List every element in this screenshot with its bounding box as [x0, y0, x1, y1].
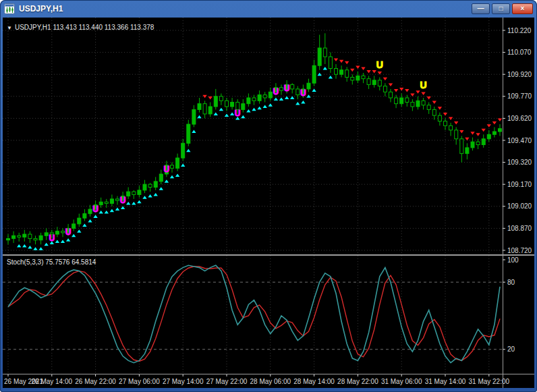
candle-body	[405, 98, 409, 103]
candle-body	[110, 199, 113, 204]
candle-body	[280, 88, 283, 90]
candle-body	[225, 101, 229, 107]
candle-body	[351, 78, 354, 80]
close-button[interactable]: ×	[512, 3, 533, 14]
candle-body	[187, 124, 190, 143]
candle-body	[132, 192, 136, 194]
candle-body	[482, 139, 485, 145]
down-arrow	[476, 133, 480, 136]
stochastic-layer	[3, 265, 503, 362]
price-label: 110.220	[507, 27, 532, 34]
stoch-axis-label: 100	[507, 256, 519, 264]
down-arrow	[498, 119, 502, 122]
trend-arrows-layer	[17, 59, 502, 250]
up-arrow	[137, 200, 141, 204]
time-label: 31 May 14:00	[425, 378, 466, 385]
signal-markers-layer: UUUUUUUUUUU	[49, 59, 426, 244]
minimize-button[interactable]: —	[472, 3, 490, 14]
down-arrow	[492, 121, 497, 125]
buy-signal-marker: U	[235, 109, 241, 118]
candle-body	[465, 148, 469, 154]
down-arrow	[438, 107, 442, 110]
up-arrow	[186, 149, 190, 152]
candle-body	[449, 125, 453, 130]
down-arrow	[334, 59, 338, 62]
sell-signal-marker: U	[420, 80, 427, 90]
down-arrow	[405, 89, 409, 92]
down-arrow	[421, 92, 425, 96]
up-arrow	[241, 115, 245, 119]
candle-body	[12, 235, 16, 238]
candle-body	[378, 80, 381, 86]
maximize-button[interactable]: □	[492, 3, 510, 14]
down-arrow	[389, 83, 393, 86]
candle-body	[18, 235, 21, 237]
down-arrow	[432, 101, 436, 105]
time-axis[interactable]: 26 May 202126 May 14:0026 May 22:0027 Ma…	[4, 374, 510, 385]
candle-body	[214, 96, 217, 107]
down-arrow	[465, 138, 469, 141]
up-arrow	[295, 102, 300, 105]
up-arrow	[132, 202, 136, 205]
grid-layer	[3, 18, 503, 374]
candle-body	[258, 95, 261, 101]
up-arrow	[225, 114, 229, 117]
time-label: 28 May 22:00	[337, 378, 378, 385]
down-arrow	[459, 130, 463, 134]
candle-body	[362, 76, 365, 78]
symbol-dropdown-icon[interactable]: ▼	[7, 25, 12, 31]
down-arrow	[208, 96, 213, 100]
down-arrow	[410, 94, 414, 97]
stoch-axis[interactable]: 1008020	[503, 256, 519, 354]
up-arrow	[142, 196, 146, 199]
up-arrow	[28, 246, 32, 249]
price-label: 109.920	[507, 71, 532, 78]
candle-body	[83, 214, 86, 219]
candle-body	[395, 98, 398, 104]
price-axis[interactable]: 110.220110.070109.920109.770109.620109.4…	[503, 27, 532, 254]
sell-signal-marker: U	[376, 59, 383, 70]
candle-body	[476, 142, 480, 144]
candle-body	[143, 184, 146, 190]
down-arrow	[202, 95, 206, 99]
up-arrow	[159, 187, 163, 190]
candle-body	[411, 103, 414, 107]
up-arrow	[219, 108, 223, 111]
stoch-axis-label: 20	[507, 345, 515, 353]
candle-body	[192, 109, 196, 124]
candle-body	[23, 234, 26, 237]
candle-body	[61, 231, 65, 233]
window-titlebar[interactable]: USDJPY,H1 — □ ×	[0, 0, 537, 18]
candle-body	[7, 239, 10, 240]
candle-body	[367, 79, 370, 85]
up-arrow	[268, 103, 273, 107]
down-arrow	[350, 69, 354, 72]
up-arrow	[263, 105, 267, 109]
chart-area[interactable]: UUUUUUUUUUU 110.220110.070109.920109.770…	[3, 18, 534, 388]
candle-body	[389, 92, 393, 98]
up-arrow	[72, 234, 76, 237]
up-arrow	[323, 67, 327, 70]
candle-body	[307, 83, 310, 89]
candle-body	[323, 48, 327, 57]
candle-body	[159, 174, 163, 181]
up-arrow	[38, 247, 43, 250]
up-arrow	[192, 130, 196, 133]
chart-canvas[interactable]: UUUUUUUUUUU 110.220110.070109.920109.770…	[3, 18, 534, 388]
mt4-chart-window: USDJPY,H1 — □ × UUUUUUUUUUU 110.220110.0…	[0, 0, 537, 392]
up-arrow	[175, 174, 179, 177]
window-controls: — □ ×	[472, 3, 533, 14]
up-arrow	[274, 98, 278, 101]
down-arrow	[454, 121, 458, 125]
stoch-signal-line	[8, 267, 500, 362]
time-label: 27 May 14:00	[163, 378, 204, 385]
candle-body	[296, 89, 300, 95]
candle-body	[208, 107, 212, 114]
up-arrow	[22, 244, 26, 248]
candle-body	[127, 192, 130, 196]
candle-body	[55, 231, 59, 234]
time-label: 27 May 22:00	[206, 378, 248, 385]
up-arrow	[165, 179, 169, 183]
up-arrow	[252, 108, 256, 111]
time-label: 31 May 06:00	[381, 378, 422, 385]
